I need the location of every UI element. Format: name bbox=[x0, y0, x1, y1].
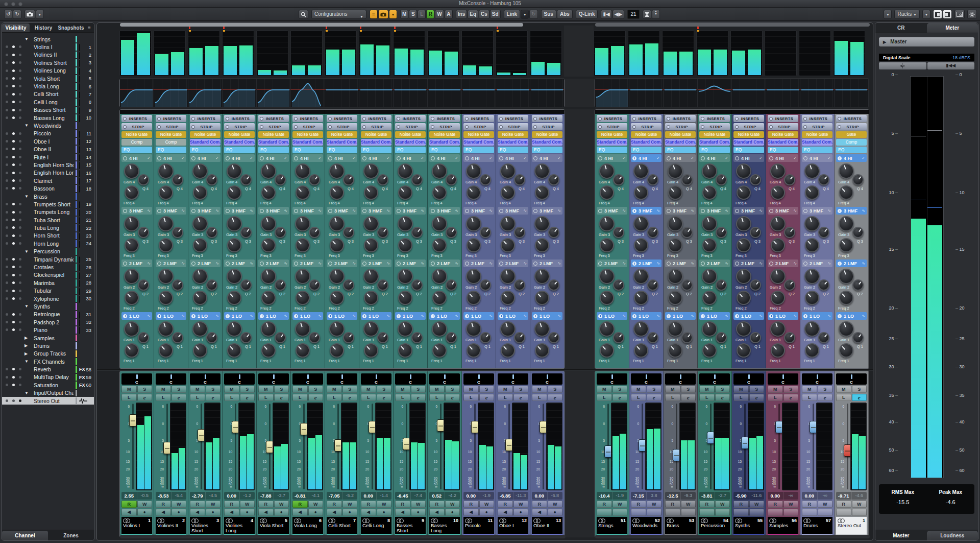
compressor-slot[interactable]: Standard Com...or bbox=[190, 139, 220, 146]
eq-band-header-3-hmf[interactable]: 3 HMF∿ bbox=[429, 207, 460, 215]
q-knob[interactable] bbox=[411, 332, 423, 343]
peak-value[interactable]: -5.2 bbox=[342, 492, 358, 500]
gain-knob[interactable] bbox=[398, 269, 413, 284]
strip-header[interactable]: STRIP bbox=[768, 123, 798, 130]
peak-value[interactable]: -1.2 bbox=[239, 492, 255, 500]
band-power-icon[interactable] bbox=[499, 262, 503, 266]
eq-band-header-3-hmf[interactable]: 3 HMF∿ bbox=[532, 207, 562, 215]
fader-track[interactable] bbox=[847, 404, 848, 489]
q-knob[interactable] bbox=[514, 332, 525, 343]
gain-knob[interactable] bbox=[599, 163, 615, 179]
pan-control[interactable]: C bbox=[429, 373, 460, 385]
gain-knob[interactable] bbox=[192, 269, 208, 284]
sidebar-item-english-horn-short[interactable]: English Horn Short15 bbox=[2, 161, 94, 169]
gain-knob[interactable] bbox=[261, 321, 276, 337]
eq-band-header-3-hmf[interactable]: 3 HMF∿ bbox=[463, 207, 494, 215]
gain-knob[interactable] bbox=[432, 269, 447, 284]
channel-name-box[interactable]: 51Strings bbox=[597, 517, 627, 534]
eq-band-header-4-hi[interactable]: 4 HI✓ bbox=[836, 154, 867, 162]
q-knob[interactable] bbox=[613, 174, 624, 185]
gain-knob[interactable] bbox=[633, 269, 649, 284]
band-power-icon[interactable] bbox=[362, 209, 366, 213]
edit-channel-button[interactable]: e bbox=[749, 394, 765, 401]
nav-first-icon[interactable]: ▮◀ bbox=[601, 10, 611, 19]
eq-band-header-3-hmf[interactable]: 3 HMF∿ bbox=[597, 207, 627, 215]
right-bay-scrollbar-thumb[interactable] bbox=[595, 23, 870, 27]
pan-control[interactable]: C bbox=[597, 373, 627, 385]
pan-control[interactable]: C bbox=[768, 373, 798, 385]
inserts-header[interactable]: INSERTS bbox=[258, 115, 289, 122]
peak-value[interactable]: -11.3 bbox=[513, 492, 529, 500]
edit-channel-button[interactable]: e bbox=[548, 394, 563, 401]
pan-control[interactable]: C bbox=[156, 373, 186, 385]
freq-knob[interactable] bbox=[159, 185, 173, 200]
gain-knob[interactable] bbox=[227, 216, 242, 231]
band-power-icon[interactable] bbox=[191, 314, 195, 318]
write-automation-button[interactable]: W bbox=[818, 501, 833, 508]
eq-band-header-3-hmf[interactable]: 3 HMF∿ bbox=[190, 207, 220, 215]
eq-band-header-2-lmf[interactable]: 2 LMF∿ bbox=[190, 259, 220, 267]
edit-channel-button[interactable]: e bbox=[852, 394, 867, 401]
gate-slot[interactable]: Noise Gate bbox=[121, 131, 152, 138]
eq-band-header-3-hmf[interactable]: 3 HMF∿ bbox=[121, 207, 152, 215]
freq-knob[interactable] bbox=[398, 238, 412, 252]
visibility-dots[interactable] bbox=[6, 313, 21, 316]
eq-band-header-2-lmf[interactable]: 2 LMF∿ bbox=[429, 259, 460, 267]
q-knob[interactable] bbox=[716, 279, 727, 291]
q-knob[interactable] bbox=[613, 227, 624, 238]
inserts-header[interactable]: INSERTS bbox=[631, 115, 662, 122]
monitor-button[interactable] bbox=[802, 509, 817, 516]
sidebar-item-tubular[interactable]: Tubular29 bbox=[2, 287, 94, 295]
inserts-header[interactable]: INSERTS bbox=[836, 115, 867, 122]
gate-slot[interactable]: Noise Gate bbox=[498, 131, 528, 138]
left-zone-toggle[interactable] bbox=[933, 10, 942, 19]
bottom-tab-zones[interactable]: Zones bbox=[48, 531, 94, 540]
sidebar-item-marimba[interactable]: Marimba28 bbox=[2, 279, 94, 287]
freq-knob[interactable] bbox=[634, 343, 648, 358]
band-power-icon[interactable] bbox=[632, 314, 636, 318]
sidebar-item-violines-ii[interactable]: Violines II2 bbox=[2, 51, 94, 59]
read-automation-button[interactable]: R bbox=[121, 501, 137, 508]
solo-button[interactable]: S bbox=[852, 386, 867, 393]
fader-track[interactable] bbox=[235, 404, 236, 489]
strip-led-icon[interactable] bbox=[328, 125, 332, 129]
eq-band-header-4-hi[interactable]: 4 HI✓ bbox=[532, 154, 562, 162]
solo-button[interactable]: S bbox=[715, 386, 730, 393]
tab-snapshots[interactable]: Snapshots bbox=[57, 23, 85, 32]
freq-knob[interactable] bbox=[805, 238, 819, 252]
compressor-slot[interactable]: Standard Com...or bbox=[258, 139, 289, 146]
strip-header[interactable]: STRIP bbox=[361, 123, 391, 130]
strip-led-icon[interactable] bbox=[533, 125, 537, 129]
gate-slot[interactable]: Noise Gate bbox=[699, 131, 730, 138]
gain-knob[interactable] bbox=[534, 269, 550, 284]
window-settings-icon[interactable] bbox=[954, 10, 965, 19]
q-knob[interactable] bbox=[309, 279, 320, 291]
panel-dropdown[interactable]: ▼ bbox=[884, 10, 892, 19]
record-enable-button[interactable]: ● bbox=[548, 509, 563, 516]
freq-knob[interactable] bbox=[501, 185, 515, 200]
strip-led-icon[interactable] bbox=[191, 125, 195, 129]
fader-value[interactable]: -7.88 bbox=[258, 492, 274, 500]
group-collapse-icon[interactable]: ▶ bbox=[24, 343, 30, 348]
eq-band-header-4-hi[interactable]: 4 HI✓ bbox=[190, 154, 220, 162]
pan-control[interactable]: C bbox=[802, 373, 832, 385]
solo-button[interactable]: S bbox=[342, 386, 358, 393]
fader-track[interactable] bbox=[813, 404, 814, 489]
q-knob[interactable] bbox=[613, 279, 624, 291]
snapshot-camera-button[interactable] bbox=[24, 10, 35, 19]
band-power-icon[interactable] bbox=[362, 262, 366, 266]
group-collapse-icon[interactable]: ▼ bbox=[24, 359, 30, 364]
inserts-led-icon[interactable] bbox=[362, 117, 366, 121]
strip-header[interactable]: STRIP bbox=[665, 123, 696, 130]
freq-knob[interactable] bbox=[839, 238, 853, 252]
freq-knob[interactable] bbox=[432, 291, 447, 305]
q-knob[interactable] bbox=[852, 174, 864, 185]
pan-control[interactable]: C bbox=[395, 373, 426, 385]
mute-button[interactable]: M bbox=[802, 386, 817, 393]
visibility-dots[interactable] bbox=[6, 54, 21, 56]
band-power-icon[interactable] bbox=[260, 156, 264, 160]
read-automation-button[interactable]: R bbox=[768, 501, 783, 508]
pan-control[interactable]: C bbox=[665, 373, 696, 385]
band-power-icon[interactable] bbox=[735, 209, 739, 213]
band-power-icon[interactable] bbox=[533, 156, 537, 160]
